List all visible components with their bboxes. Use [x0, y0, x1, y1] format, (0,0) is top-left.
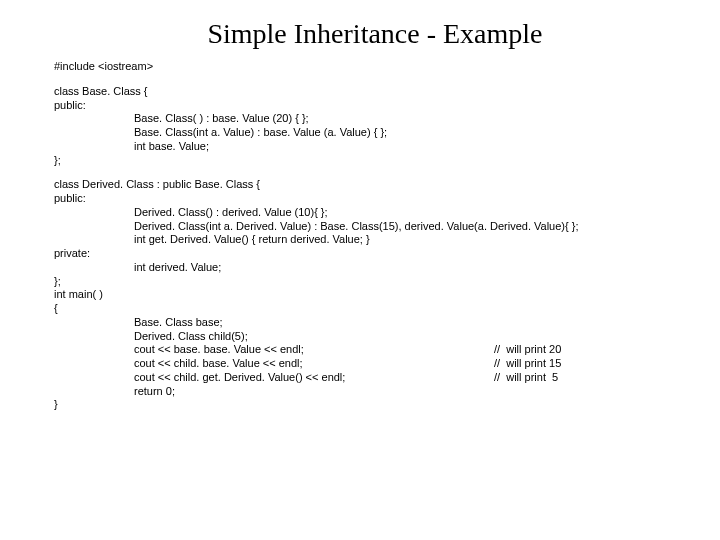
- code-line: class Base. Class {: [54, 85, 700, 99]
- code-line: Derived. Class() : derived. Value (10){ …: [54, 206, 700, 220]
- code-line: }: [54, 398, 700, 412]
- code-line: public:: [54, 192, 700, 206]
- code-comment: // will print 15: [494, 357, 561, 371]
- slide-title: Simple Inheritance - Example: [0, 0, 720, 60]
- code-comment: // will print 20: [494, 343, 561, 357]
- code-line: Base. Class(int a. Value) : base. Value …: [54, 126, 700, 140]
- code-line: cout << child. get. Derived. Value() << …: [54, 371, 700, 385]
- code-line: int main( ): [54, 288, 700, 302]
- slide: Simple Inheritance - Example #include <i…: [0, 0, 720, 540]
- code-line: int get. Derived. Value() { return deriv…: [54, 233, 700, 247]
- code-line: class Derived. Class : public Base. Clas…: [54, 178, 700, 192]
- code-line: };: [54, 154, 700, 168]
- code-comment: // will print 5: [494, 371, 558, 385]
- code-line: private:: [54, 247, 700, 261]
- code-line: int base. Value;: [54, 140, 700, 154]
- code-line: Derived. Class child(5);: [54, 330, 700, 344]
- code-stmt: cout << child. get. Derived. Value() << …: [134, 371, 494, 385]
- code-line: Derived. Class(int a. Derived. Value) : …: [54, 220, 700, 234]
- code-stmt: cout << child. base. Value << endl;: [134, 357, 494, 371]
- code-line: cout << child. base. Value << endl; // w…: [54, 357, 700, 371]
- code-line: Base. Class base;: [54, 316, 700, 330]
- code-line: return 0;: [54, 385, 700, 399]
- code-stmt: cout << base. base. Value << endl;: [134, 343, 494, 357]
- code-block: #include <iostream> class Base. Class { …: [0, 60, 720, 412]
- code-line: #include <iostream>: [54, 60, 700, 74]
- code-line: Base. Class( ) : base. Value (20) { };: [54, 112, 700, 126]
- code-line: };: [54, 275, 700, 289]
- code-line: int derived. Value;: [54, 261, 700, 275]
- code-line: {: [54, 302, 700, 316]
- code-line: public:: [54, 99, 700, 113]
- code-line: cout << base. base. Value << endl; // wi…: [54, 343, 700, 357]
